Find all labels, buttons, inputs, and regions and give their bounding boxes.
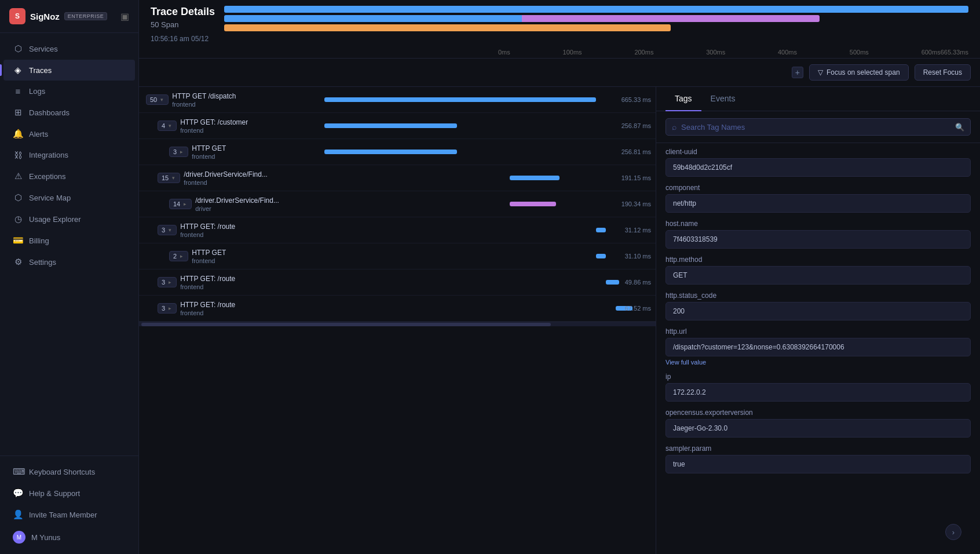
sidebar-bottom-invite-team[interactable]: 👤 Invite Team Member	[3, 504, 135, 525]
sidebar-bottom-keyboard-shortcuts[interactable]: ⌨ Keyboard Shortcuts	[3, 461, 135, 482]
span-duration-5: 31.12 ms	[625, 227, 651, 234]
span-bar-container-6	[324, 250, 656, 262]
traces-icon: ◈	[13, 65, 23, 75]
table-row[interactable]: 3 ▸ HTTP GET: /route frontend 49.86 ms	[139, 269, 656, 296]
span-expand-button-2[interactable]: ▸	[179, 149, 184, 155]
sidebar-bottom-user[interactable]: M M Yunus	[3, 526, 135, 549]
tag-key-4: http.status_code	[665, 291, 971, 300]
sidebar-item-traces[interactable]: ◈ Traces	[3, 60, 135, 81]
span-count-badge-8: 3 ▸	[158, 303, 177, 314]
span-duration-4: 190.34 ms	[621, 201, 651, 207]
table-row[interactable]: 4 ▾ HTTP GET: /customer frontend 256.87 …	[139, 113, 656, 139]
ruler-label: 200ms	[634, 49, 653, 56]
table-row[interactable]: 2 ▸ HTTP GET frontend 31.10 ms	[139, 243, 656, 269]
span-count-badge-1: 4 ▾	[158, 121, 177, 131]
search-input[interactable]	[681, 123, 950, 132]
sidebar-item-logs[interactable]: ≡ Logs	[3, 81, 135, 101]
sidebar-label-integrations: Integrations	[29, 151, 68, 159]
sidebar-item-settings[interactable]: ⚙ Settings	[3, 252, 135, 272]
span-expand-button-7[interactable]: ▸	[167, 279, 173, 285]
dashboards-icon: ⊞	[13, 107, 23, 118]
integrations-icon: ⛓	[13, 150, 23, 160]
horizontal-scrollbar[interactable]	[139, 322, 656, 326]
tag-key-1: component	[665, 184, 971, 192]
span-service-5: frontend	[180, 231, 235, 238]
span-bar-container-1	[324, 120, 656, 132]
span-info-0: HTTP GET /dispatch frontend	[172, 92, 236, 108]
span-expand-button-5[interactable]: ▾	[167, 227, 173, 233]
span-expand-button-0[interactable]: ▾	[159, 97, 164, 103]
sidebar-item-usage-explorer[interactable]: ◷ Usage Explorer	[3, 209, 135, 229]
sidebar-item-exceptions[interactable]: ⚠ Exceptions	[3, 166, 135, 187]
sidebar-collapse-button[interactable]: ▣	[120, 11, 129, 22]
span-bar-5	[596, 228, 606, 232]
tag-value-1: net/http	[665, 194, 971, 213]
table-row[interactable]: 3 ▾ HTTP GET: /route frontend 31.12 ms	[139, 217, 656, 243]
span-left-7: 3 ▸ HTTP GET: /route frontend	[139, 271, 324, 294]
span-expand-button-8[interactable]: ▸	[167, 305, 173, 311]
focus-selected-span-button[interactable]: ▽ Focus on selected span	[809, 64, 909, 81]
table-row[interactable]: 3 ▸ HTTP GET: /route frontend 67.52 ms	[139, 296, 656, 322]
sidebar-label-settings: Settings	[29, 258, 56, 267]
view-full-value-5[interactable]: View full value	[665, 359, 971, 366]
table-row[interactable]: 15 ▾ /driver.DriverService/Find... front…	[139, 165, 656, 191]
span-name-1: HTTP GET: /customer	[180, 118, 248, 126]
span-bar-3	[510, 176, 560, 180]
sidebar-bottom-help-support[interactable]: 💬 Help & Support	[3, 483, 135, 504]
span-service-1: frontend	[180, 127, 248, 134]
span-duration-6: 31.10 ms	[625, 253, 651, 260]
trace-title: Trace Details	[151, 6, 215, 18]
reset-focus-button[interactable]: Reset Focus	[915, 64, 971, 81]
sidebar-item-service-map[interactable]: ⬡ Service Map	[3, 187, 135, 208]
span-timeline-1: 256.87 ms	[324, 113, 656, 138]
span-timeline-7: 49.86 ms	[324, 269, 656, 295]
table-row[interactable]: 14 ▸ /driver.DriverService/Find... drive…	[139, 191, 656, 217]
span-bar-container-5	[324, 224, 656, 236]
span-count-badge-4: 14 ▸	[169, 199, 192, 209]
alerts-icon: 🔔	[13, 129, 23, 139]
span-bar-1	[324, 123, 457, 128]
keyboard-shortcuts-icon: ⌨	[13, 466, 23, 477]
table-row[interactable]: 50 ▾ HTTP GET /dispatch frontend 665.33 …	[139, 87, 656, 113]
ruler-label: 300ms	[706, 49, 725, 56]
app-name: SigNoz	[30, 12, 60, 21]
span-left-0: 50 ▾ HTTP GET /dispatch frontend	[139, 89, 324, 111]
sidebar-item-dashboards[interactable]: ⊞ Dashboards	[3, 102, 135, 123]
trace-mini-bars	[224, 6, 968, 31]
ruler-label: 500ms	[850, 49, 869, 56]
sidebar-item-services[interactable]: ⬡ Services	[3, 38, 135, 59]
tab-events[interactable]: Events	[701, 87, 745, 111]
sidebar-label-logs: Logs	[29, 87, 45, 96]
span-bar-4	[510, 202, 556, 206]
span-bar-container-0	[324, 94, 656, 105]
span-expand-button-4[interactable]: ▸	[182, 201, 188, 207]
tab-tags[interactable]: Tags	[665, 87, 701, 111]
scrollbar-thumb	[141, 323, 551, 326]
span-count: 50 Span	[151, 20, 215, 29]
span-name-6: HTTP GET	[192, 249, 226, 257]
sidebar-item-integrations[interactable]: ⛓ Integrations	[3, 145, 135, 165]
span-count-badge-0: 50 ▾	[146, 94, 169, 105]
span-count-badge-5: 3 ▾	[158, 225, 177, 235]
sidebar-label-keyboard-shortcuts: Keyboard Shortcuts	[29, 468, 95, 476]
span-timeline-2: 256.81 ms	[324, 139, 656, 165]
sidebar-item-alerts[interactable]: 🔔 Alerts	[3, 123, 135, 144]
span-expand-button-1[interactable]: ▾	[167, 123, 173, 129]
span-service-0: frontend	[172, 101, 236, 108]
table-row[interactable]: 3 ▸ HTTP GET frontend 256.81 ms	[139, 139, 656, 165]
add-span-button[interactable]: +	[792, 67, 803, 78]
enterprise-badge: ENTERPRISE	[64, 12, 108, 20]
span-left-6: 2 ▸ HTTP GET frontend	[139, 245, 324, 268]
tag-item-7: opencensus.exporterversion Jaeger-Go-2.3…	[665, 409, 971, 438]
sidebar-item-billing[interactable]: 💳 Billing	[3, 230, 135, 251]
settings-icon: ⚙	[13, 257, 23, 267]
tag-key-5: http.url	[665, 327, 971, 336]
trace-timestamp: 10:56:16 am 05/12	[139, 31, 980, 48]
search-submit-icon[interactable]: 🔍	[955, 123, 964, 132]
span-count-badge-7: 3 ▸	[158, 277, 177, 287]
tags-list: client-uuid 59b48d0d2c2105cf component n…	[656, 143, 980, 529]
span-expand-button-6[interactable]: ▸	[179, 253, 184, 259]
next-button[interactable]: ›	[945, 524, 961, 540]
span-expand-button-3[interactable]: ▾	[171, 175, 176, 181]
tag-value-8: true	[665, 455, 971, 473]
